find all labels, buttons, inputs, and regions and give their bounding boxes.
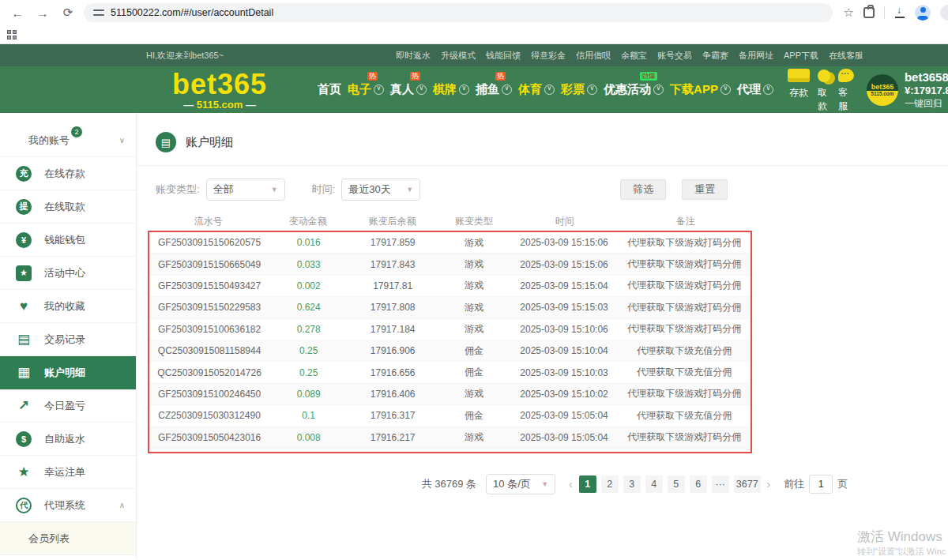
prev-page-icon[interactable]: ‹ [569, 478, 573, 490]
address-bar[interactable]: 511500222.com/#/user/accountDetail [84, 3, 833, 22]
sidebar-item[interactable]: 代 代理系统 ∧ [0, 489, 136, 522]
account-detail-table: 流水号 变动金额 账变后余额 账变类型 时间 备注 GF250309151506… [148, 212, 752, 453]
cell-remark: 代理获取下级游戏打码分佣 [619, 301, 750, 314]
nav-item[interactable]: 劲爆 优惠活动 [604, 82, 664, 97]
sidebar-item-icon: ↗ [16, 398, 32, 414]
sidebar-item[interactable]: ★ 活动中心 [0, 257, 136, 290]
type-filter-label: 账变类型: [156, 182, 200, 197]
sidebar-item[interactable]: ▦ 账户明细 [0, 356, 136, 389]
site-settings-icon[interactable] [93, 8, 104, 17]
main-navigation: 首页 热 电子 热 真人 棋牌 热 捕鱼 [314, 82, 777, 97]
chevron-down-icon [653, 85, 664, 95]
nav-item[interactable]: 体育 [518, 82, 555, 97]
topbar-link[interactable]: 账号交易 [657, 50, 692, 62]
browser-menu-icon[interactable] [940, 5, 948, 21]
topbar-link[interactable]: 争霸赛 [702, 50, 728, 62]
next-page-icon[interactable]: › [767, 478, 771, 490]
page-number[interactable]: 5 [668, 475, 685, 493]
bookmark-icon[interactable]: ☆ [844, 6, 854, 20]
page-number[interactable]: 3 [623, 475, 641, 493]
apps-grid-icon[interactable] [7, 30, 17, 39]
sidebar-item[interactable]: ★ 幸运注单 [0, 456, 136, 489]
cell-type: 佣金 [438, 344, 510, 358]
quick-action[interactable]: 存款 [788, 67, 810, 113]
download-icon[interactable] [894, 7, 905, 18]
quick-action[interactable]: 客服 [838, 67, 854, 113]
col-header: 流水号 [148, 215, 269, 228]
nav-item[interactable]: 首页 [318, 82, 341, 97]
sidebar-item-icon: 提 [16, 199, 32, 215]
page-number[interactable]: 2 [601, 475, 619, 493]
chevron-icon: ∧ [119, 501, 125, 509]
forward-icon[interactable]: → [33, 6, 52, 20]
per-page-select[interactable]: 10 条/页 ▼ [486, 474, 555, 494]
page-number[interactable]: 6 [690, 475, 707, 493]
topbar-link[interactable]: 升级模式 [441, 50, 476, 62]
topbar-link[interactable]: 余额宝 [621, 50, 647, 62]
cell-time: 2025-03-09 15:10:02 [510, 389, 619, 400]
cell-type: 游戏 [438, 387, 510, 400]
sidebar-item[interactable]: $ 自助返水 [0, 423, 136, 456]
sidebar-item[interactable]: ♥ 我的收藏 [0, 290, 136, 323]
sidebar-item-icon: ▦ [16, 365, 32, 381]
extensions-icon[interactable] [863, 7, 875, 18]
nav-item[interactable]: 代理 [737, 82, 773, 97]
cell-balance: 17917.81 [348, 280, 438, 291]
cell-amount: 0.008 [269, 432, 348, 443]
sidebar-item[interactable]: ▤ 交易记录 [0, 323, 136, 356]
sidebar-item[interactable]: 会员列表 [0, 522, 136, 555]
sidebar-item[interactable]: ¥ 钱能钱包 [0, 224, 136, 257]
chevron-down-icon [587, 85, 597, 95]
nav-item[interactable]: 下载APP [670, 82, 731, 97]
topbar-link[interactable]: 即时返水 [396, 50, 431, 62]
nav-item[interactable]: 彩票 [561, 82, 597, 97]
time-filter-select[interactable]: 最近30天 ▼ [341, 179, 420, 201]
one-key-recall-link[interactable]: 一键回归 [905, 98, 948, 110]
cell-time: 2025-03-09 15:10:03 [510, 367, 619, 378]
topbar-link[interactable]: 备用网址 [739, 50, 773, 62]
cell-remark: 代理获取下级游戏打码分佣 [619, 322, 750, 336]
sidebar-item[interactable]: 我的账号2 ∨ [0, 124, 136, 157]
sidebar-item[interactable]: 充 在线存款 [0, 157, 136, 190]
quick-action[interactable]: 取款 [818, 67, 830, 113]
cell-balance: 17916.906 [348, 345, 438, 356]
topbar-link[interactable]: 钱能回馈 [486, 50, 521, 62]
cell-amount: 0.278 [269, 324, 348, 335]
sidebar-item[interactable]: 提 在线取款 [0, 190, 136, 224]
page-number[interactable]: 4 [645, 475, 663, 493]
topbar-link[interactable]: 在线客服 [829, 50, 863, 62]
type-filter-select[interactable]: 全部 ▼ [206, 179, 285, 201]
site-logo[interactable]: bet365 — 5115.com — [172, 70, 267, 110]
topbar-link[interactable]: 信用借呗 [576, 50, 611, 62]
cell-remark: 代理获取下级充值分佣 [619, 409, 750, 423]
topbar-link[interactable]: APP下载 [784, 50, 818, 62]
logo-text: bet365 [172, 70, 267, 99]
cell-time: 2025-03-09 15:05:04 [510, 410, 619, 421]
nav-item[interactable]: 棋牌 [433, 82, 469, 97]
nav-item[interactable]: 热 捕鱼 [476, 82, 512, 97]
cell-balance: 17917.184 [348, 324, 438, 335]
cell-amount: 0.002 [269, 280, 348, 291]
quick-action-icon [788, 67, 810, 85]
nav-item[interactable]: 热 电子 [348, 82, 384, 97]
filter-bar: 账变类型: 全部 ▼ 时间: 最近30天 ▼ 筛选 重置 [148, 179, 948, 201]
page-number[interactable]: 1 [579, 475, 596, 493]
reload-icon[interactable]: ⟳ [58, 6, 77, 20]
sidebar-item[interactable]: ↗ 今日盈亏 [0, 389, 136, 423]
col-header: 账变类型 [438, 215, 510, 228]
sidebar-item-icon: 充 [16, 166, 32, 182]
profile-avatar[interactable] [915, 5, 931, 21]
page-number[interactable]: ··· [712, 475, 729, 493]
goto-page-input[interactable]: 1 [809, 475, 833, 494]
page-number[interactable]: 3677 [734, 475, 761, 493]
back-icon[interactable]: ← [8, 6, 27, 20]
reset-button[interactable]: 重置 [682, 179, 728, 200]
topbar-link[interactable]: 得意彩金 [531, 50, 566, 62]
cell-amount: 0.624 [269, 302, 348, 313]
quick-action-icon [818, 67, 830, 85]
balance: ¥:17917.859 [905, 85, 948, 97]
nav-item[interactable]: 热 真人 [390, 82, 427, 97]
chevron-down-icon [544, 85, 555, 95]
filter-button[interactable]: 筛选 [620, 179, 666, 200]
chevron-down-icon [416, 85, 427, 95]
